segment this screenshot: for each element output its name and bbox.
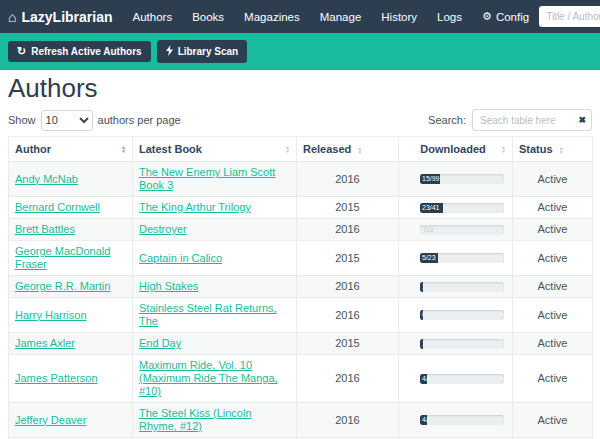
per-page-control: Show 10 authors per page <box>8 110 181 131</box>
per-page-suffix: authors per page <box>98 114 181 126</box>
column-header-status[interactable]: Status▲▼ <box>513 137 593 162</box>
author-link[interactable]: George MacDonald Fraser <box>15 245 110 270</box>
nav-item-logs[interactable]: Logs <box>427 0 472 33</box>
top-navbar: ⌂ LazyLibrarian AuthorsBooksMagazinesMan… <box>0 0 600 33</box>
book-link[interactable]: The New Enemy Liam Scott Book 3 <box>139 166 275 191</box>
book-link[interactable]: Maximum Ride, Vol. 10 (Maximum Ride The … <box>139 359 278 397</box>
column-header-label: Status <box>519 143 553 155</box>
book-link[interactable]: Destroyer <box>139 223 187 235</box>
table-search-input[interactable] <box>472 109 592 131</box>
book-link[interactable]: High Stakes <box>139 280 198 292</box>
download-progress-label: 1/9 <box>420 282 423 292</box>
nav-item-config[interactable]: ⚙Config <box>472 0 539 33</box>
released-year: 2015 <box>297 197 399 219</box>
column-header-downloaded[interactable]: ▲▼Downloaded <box>399 137 513 162</box>
author-link[interactable]: Jeffery Deaver <box>15 414 86 426</box>
download-progress-label: 5/23 <box>420 253 438 263</box>
nav-item-authors[interactable]: Authors <box>123 0 183 33</box>
download-progress-fill: 1/7 <box>420 339 423 349</box>
download-progress-fill: 0/6 <box>420 310 423 320</box>
table-row: James AxlerEnd Day20151/7Active <box>9 333 593 355</box>
navbar-menu: AuthorsBooksMagazinesManageHistoryLogs⚙C… <box>123 0 540 33</box>
table-row: George R.R. MartinHigh Stakes20161/9Acti… <box>9 276 593 298</box>
download-progress-bar: 0/6 <box>420 310 504 320</box>
download-progress-label: 0/2 <box>422 225 434 235</box>
sort-icon: ▲▼ <box>501 145 506 153</box>
home-icon: ⌂ <box>8 10 16 24</box>
per-page-select[interactable]: 10 <box>41 110 93 131</box>
nav-item-manage[interactable]: Manage <box>310 0 372 33</box>
table-controls: Show 10 authors per page Search: ✖ <box>8 109 592 131</box>
download-progress-fill: 4/16 <box>420 415 427 425</box>
download-progress-fill: 23/41 <box>420 203 443 213</box>
navbar-search <box>539 6 600 27</box>
download-progress-fill: 1/9 <box>420 282 423 292</box>
column-header-label: Downloaded <box>420 143 485 155</box>
author-link[interactable]: Andy McNab <box>15 173 78 185</box>
download-progress-fill: 4/21 <box>420 374 427 384</box>
download-progress-label: 23/41 <box>420 203 443 213</box>
book-link[interactable]: The Steel Kiss (Lincoln Rhyme, #12) <box>139 407 252 432</box>
nav-item-label: Magazines <box>244 11 300 23</box>
column-header-author[interactable]: ▲▼Author <box>9 137 133 162</box>
status-value: Active <box>513 276 593 298</box>
nav-item-books[interactable]: Books <box>182 0 234 33</box>
authors-table: ▲▼Author▲▼Latest BookReleased▲▼▲▼Downloa… <box>8 136 593 439</box>
download-progress-fill: 15/99 <box>420 174 440 184</box>
authors-table-body: Andy McNabThe New Enemy Liam Scott Book … <box>9 162 593 439</box>
download-progress-label: 15/99 <box>420 174 440 184</box>
released-year: 2016 <box>297 219 399 241</box>
author-link[interactable]: Harry Harrison <box>15 309 87 321</box>
author-link[interactable]: George R.R. Martin <box>15 280 110 292</box>
book-link[interactable]: End Day <box>139 337 181 349</box>
book-link[interactable]: Stainless Steel Rat Returns, The <box>139 302 277 327</box>
nav-item-label: Authors <box>133 11 173 23</box>
table-row: Harry HarrisonStainless Steel Rat Return… <box>9 298 593 333</box>
download-progress-bar: 4/21 <box>420 374 504 384</box>
download-progress-bar: 15/99 <box>420 174 504 184</box>
column-header-book[interactable]: ▲▼Latest Book <box>133 137 297 162</box>
column-header-released[interactable]: Released▲▼ <box>297 137 399 162</box>
download-progress-bar: 5/23 <box>420 253 504 263</box>
released-year: 2016 <box>297 355 399 403</box>
library-scan-label: Library Scan <box>178 46 239 57</box>
navbar-search-input[interactable] <box>539 6 600 27</box>
nav-item-magazines[interactable]: Magazines <box>234 0 310 33</box>
author-link[interactable]: James Patterson <box>15 372 98 384</box>
nav-item-label: Config <box>496 11 529 23</box>
released-year: 2016 <box>297 298 399 333</box>
table-row: Brett BattlesDestroyer20160/2Active <box>9 219 593 241</box>
download-progress-bar: 0/2 <box>420 225 504 235</box>
status-value: Active <box>513 333 593 355</box>
table-row: George MacDonald FraserCaptain in Calico… <box>9 241 593 276</box>
status-value: Active <box>513 219 593 241</box>
author-link[interactable]: Bernard Cornwell <box>15 201 100 213</box>
released-year: 2015 <box>297 241 399 276</box>
download-progress-label: 4/16 <box>420 415 427 425</box>
download-progress-bar: 4/16 <box>420 415 504 425</box>
page-title: Authors <box>8 73 592 104</box>
released-year: 2016 <box>297 162 399 197</box>
sort-icon: ▲▼ <box>285 145 290 153</box>
gear-icon: ⚙ <box>482 11 492 22</box>
author-link[interactable]: Brett Battles <box>15 223 75 235</box>
author-link[interactable]: James Axler <box>15 337 75 349</box>
refresh-icon: ↻ <box>17 46 26 57</box>
table-row: James PattersonMaximum Ride, Vol. 10 (Ma… <box>9 355 593 403</box>
refresh-active-authors-button[interactable]: ↻ Refresh Active Authors <box>8 41 151 62</box>
nav-item-history[interactable]: History <box>371 0 427 33</box>
download-progress-bar: 1/9 <box>420 282 504 292</box>
main-content: Authors Show 10 authors per page Search:… <box>0 73 600 439</box>
status-value: Active <box>513 355 593 403</box>
table-row: Andy McNabThe New Enemy Liam Scott Book … <box>9 162 593 197</box>
status-value: Active <box>513 403 593 438</box>
book-link[interactable]: Captain in Calico <box>139 252 222 264</box>
table-header-row: ▲▼Author▲▼Latest BookReleased▲▼▲▼Downloa… <box>9 137 593 162</box>
book-link[interactable]: The King Arthur Trilogy <box>139 201 251 213</box>
clear-search-icon[interactable]: ✖ <box>578 116 586 125</box>
brand[interactable]: ⌂ LazyLibrarian <box>8 9 113 25</box>
library-scan-button[interactable]: Library Scan <box>157 40 248 63</box>
table-row: Jeffery DeaverThe Steel Kiss (Lincoln Rh… <box>9 403 593 438</box>
released-year: 2016 <box>297 276 399 298</box>
released-year: 2016 <box>297 403 399 438</box>
